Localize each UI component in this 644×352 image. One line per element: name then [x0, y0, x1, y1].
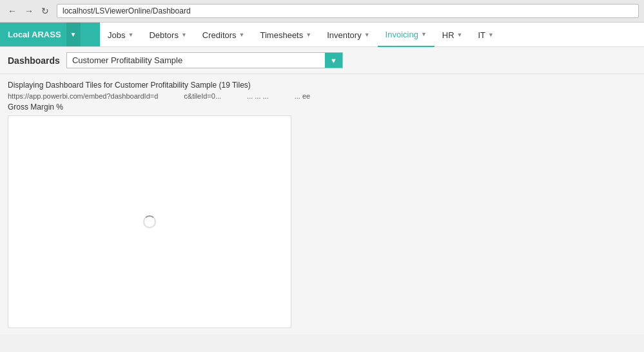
dashboard-header: Dashboards ▼ [0, 47, 644, 74]
nav-label-invoicing: Invoicing [385, 30, 418, 39]
back-button[interactable]: ← [5, 5, 19, 17]
app-brand: Local ARASS ▼ [0, 23, 100, 46]
loading-spinner [143, 215, 156, 228]
nav-link-debtors[interactable]: Debtors ▼ [141, 23, 194, 47]
forward-button[interactable]: → [22, 5, 36, 17]
nav-item-jobs: Jobs ▼ [100, 23, 141, 47]
jobs-dropdown-arrow: ▼ [128, 32, 133, 38]
nav-label-hr: HR [442, 30, 454, 40]
nav-link-invoicing[interactable]: Invoicing ▼ [378, 23, 434, 47]
nav-menu: Jobs ▼ Debtors ▼ Creditors ▼ Timesheets [100, 23, 502, 47]
main-nav: Jobs ▼ Debtors ▼ Creditors ▼ Timesheets [100, 23, 502, 46]
url-part-1: https://app.powerbi.com/embed?dashboardI… [8, 92, 158, 100]
content-area: Displaying Dashboard Tiles for Customer … [0, 74, 644, 335]
refresh-button[interactable]: ↻ [39, 5, 52, 17]
nav-item-hr: HR ▼ [434, 23, 471, 47]
hr-dropdown-arrow: ▼ [457, 32, 463, 38]
nav-item-inventory: Inventory ▼ [319, 23, 377, 47]
nav-label-timesheets: Timesheets [260, 30, 304, 40]
address-bar[interactable] [57, 4, 639, 18]
url-part-4: ... ee [295, 92, 310, 100]
nav-link-hr[interactable]: HR ▼ [434, 23, 471, 47]
it-dropdown-arrow: ▼ [488, 32, 494, 38]
url-parts: https://app.powerbi.com/embed?dashboardI… [8, 92, 636, 100]
creditors-dropdown-arrow: ▼ [239, 32, 245, 38]
url-part-3: ... ... ... [247, 92, 269, 100]
nav-link-jobs[interactable]: Jobs ▼ [100, 23, 141, 47]
nav-buttons: ← → ↻ [5, 5, 52, 17]
displaying-text: Displaying Dashboard Tiles for Customer … [8, 81, 636, 90]
browser-chrome: ← → ↻ [0, 0, 644, 23]
nav-item-timesheets: Timesheets ▼ [253, 23, 320, 47]
app-navbar: Local ARASS ▼ Jobs ▼ Debtors ▼ Creditors… [0, 23, 644, 47]
invoicing-dropdown-arrow: ▼ [421, 31, 427, 37]
inventory-dropdown-arrow: ▼ [364, 32, 370, 38]
dashboard-select-wrapper: ▼ [66, 52, 343, 68]
nav-link-timesheets[interactable]: Timesheets ▼ [253, 23, 320, 47]
dashboard-select-dropdown-button[interactable]: ▼ [325, 53, 342, 68]
nav-label-it: IT [478, 30, 486, 40]
nav-label-debtors: Debtors [149, 30, 179, 40]
nav-item-debtors: Debtors ▼ [141, 23, 194, 47]
nav-item-it: IT ▼ [471, 23, 502, 47]
nav-label-inventory: Inventory [327, 30, 361, 40]
brand-name: Local ARASS [8, 30, 61, 39]
brand-dropdown-button[interactable]: ▼ [66, 23, 81, 46]
nav-link-inventory[interactable]: Inventory ▼ [319, 23, 377, 47]
url-part-2: c&tileId=0... [184, 92, 221, 100]
nav-label-jobs: Jobs [108, 30, 125, 40]
nav-item-creditors: Creditors ▼ [195, 23, 253, 47]
select-dropdown-arrow: ▼ [330, 57, 337, 64]
nav-label-creditors: Creditors [202, 30, 237, 40]
debtors-dropdown-arrow: ▼ [181, 32, 187, 38]
dashboard-select-input[interactable] [67, 53, 325, 68]
gross-margin-label: Gross Margin % [8, 103, 636, 112]
nav-link-creditors[interactable]: Creditors ▼ [195, 23, 253, 47]
timesheets-dropdown-arrow: ▼ [306, 32, 311, 38]
dashboard-tile [8, 115, 291, 328]
nav-item-invoicing: Invoicing ▼ [378, 23, 434, 47]
nav-link-it[interactable]: IT ▼ [471, 23, 502, 47]
dashboards-label: Dashboards [8, 55, 60, 66]
